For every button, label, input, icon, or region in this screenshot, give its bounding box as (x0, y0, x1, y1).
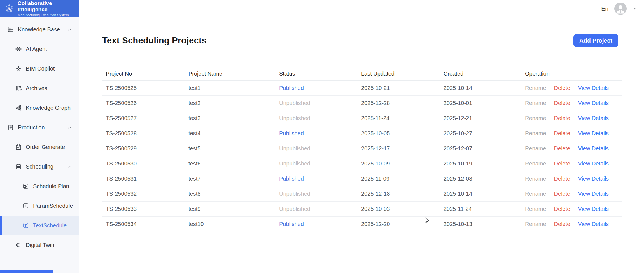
table-body: TS-2500525test1Published2025-10-212025-1… (102, 81, 622, 232)
brand-subtitle: Manufacturing Execution System (18, 13, 79, 17)
delete-link[interactable]: Delete (554, 100, 570, 106)
delete-link[interactable]: Delete (554, 191, 570, 197)
rename-link[interactable]: Rename (525, 176, 546, 182)
sidebar-item-label: AI Agent (26, 46, 47, 52)
rename-link[interactable]: Rename (525, 191, 546, 197)
sidebar-item-scheduling[interactable]: Scheduling (0, 157, 79, 176)
view-details-link[interactable]: View Details (578, 191, 609, 197)
page-title: Text Scheduling Projects (102, 36, 207, 46)
sidebar-item-ai-agent[interactable]: AI Agent (0, 39, 79, 59)
cell-status: Unpublished (279, 160, 361, 167)
sidebar-item-digital-twin[interactable]: Digital Twin (0, 235, 79, 255)
sidebar-item-label: TextSchedule (33, 222, 67, 229)
view-details-link[interactable]: View Details (578, 100, 609, 106)
cell-operations: RenameDeleteView Details (525, 115, 622, 122)
chevron-up-icon[interactable] (67, 27, 72, 32)
archives-icon (15, 85, 22, 92)
cell-operations: RenameDeleteView Details (525, 206, 622, 212)
delete-link[interactable]: Delete (554, 206, 570, 212)
cell-project-no: TS-2500533 (102, 206, 188, 212)
sidebar-footer-strip (0, 270, 53, 273)
delete-link[interactable]: Delete (554, 176, 570, 182)
view-details-link[interactable]: View Details (578, 221, 609, 227)
sidebar-item-label: Schedule Plan (33, 183, 69, 190)
sidebar-item-production[interactable]: Production (0, 118, 79, 137)
cell-project-no: TS-2500528 (102, 130, 188, 137)
add-project-button[interactable]: Add Project (573, 34, 618, 47)
cell-last-updated: 2025-11-24 (361, 115, 444, 122)
delete-link[interactable]: Delete (554, 145, 570, 152)
view-details-link[interactable]: View Details (578, 206, 609, 212)
cell-status: Unpublished (279, 206, 361, 212)
view-details-link[interactable]: View Details (578, 160, 609, 167)
cell-status: Unpublished (279, 145, 361, 152)
cell-project-no: TS-2500532 (102, 191, 188, 197)
cell-operations: RenameDeleteView Details (525, 221, 622, 227)
view-details-link[interactable]: View Details (578, 85, 609, 91)
delete-link[interactable]: Delete (554, 85, 570, 91)
rename-link[interactable]: Rename (525, 206, 546, 212)
language-switcher[interactable]: En (601, 5, 608, 12)
cell-project-name: test4 (188, 130, 279, 137)
cell-last-updated: 2025-10-05 (361, 130, 444, 137)
chevron-up-icon[interactable] (67, 125, 72, 130)
cell-project-no: TS-2500526 (102, 100, 188, 106)
view-details-link[interactable]: View Details (578, 115, 609, 122)
column-header-project-name: Project Name (188, 71, 279, 77)
sidebar-menu: Knowledge BaseAI AgentBIM CopilotArchive… (0, 17, 79, 255)
rename-link[interactable]: Rename (525, 130, 546, 137)
cell-status: Published (279, 221, 361, 227)
rename-link[interactable]: Rename (525, 85, 546, 91)
cell-created: 2025-12-21 (444, 115, 525, 122)
main-content: Text Scheduling Projects Add Project Pro… (79, 17, 644, 273)
cell-project-name: test7 (188, 176, 279, 182)
cell-project-name: test2 (188, 100, 279, 106)
cell-last-updated: 2025-10-09 (361, 160, 444, 167)
rename-link[interactable]: Rename (525, 160, 546, 167)
delete-link[interactable]: Delete (554, 221, 570, 227)
cell-status: Published (279, 176, 361, 182)
view-details-link[interactable]: View Details (578, 176, 609, 182)
chevron-down-icon[interactable] (633, 6, 637, 11)
avatar[interactable] (614, 3, 627, 15)
view-details-link[interactable]: View Details (578, 130, 609, 137)
app-root: CI ' Collaborative Intelligence Manufact… (0, 0, 644, 273)
delete-link[interactable]: Delete (554, 130, 570, 137)
table-row: TS-2500532test8Unpublished2025-12-182025… (102, 186, 622, 202)
sidebar-item-archives[interactable]: Archives (0, 78, 79, 98)
rename-link[interactable]: Rename (525, 115, 546, 122)
cell-last-updated: 2025-12-28 (361, 100, 444, 106)
chevron-up-icon[interactable] (67, 164, 72, 169)
sidebar-item-paramschedule[interactable]: ParamSchedule (0, 196, 79, 216)
table-row: TS-2500533test9Unpublished2025-10-032025… (102, 202, 622, 217)
view-details-link[interactable]: View Details (578, 145, 609, 152)
brand-title: Collaborative Intelligence (18, 0, 79, 13)
schedule-plan-icon (22, 183, 29, 190)
table-row: TS-2500531test7Published2025-11-092025-1… (102, 171, 622, 186)
cell-last-updated: 2025-10-21 (361, 85, 444, 91)
sidebar-item-bim-copilot[interactable]: BIM Copilot (0, 59, 79, 78)
user-icon (614, 3, 627, 15)
sidebar-item-knowledge-graph[interactable]: Knowledge Graph (0, 98, 79, 118)
cell-operations: RenameDeleteView Details (525, 100, 622, 106)
sidebar-item-order-generate[interactable]: Order Generate (0, 137, 79, 157)
projects-table: Project NoProject NameStatusLast Updated… (102, 67, 622, 232)
sidebar-item-label: Archives (26, 85, 47, 92)
svg-text:': ' (11, 6, 12, 8)
rename-link[interactable]: Rename (525, 221, 546, 227)
sidebar-item-knowledge-base[interactable]: Knowledge Base (0, 20, 79, 39)
rename-link[interactable]: Rename (525, 100, 546, 106)
cell-project-no: TS-2500530 (102, 160, 188, 167)
sidebar-item-schedule-plan[interactable]: Schedule Plan (0, 176, 79, 196)
sidebar-item-label: BIM Copilot (26, 66, 55, 72)
sidebar-item-textschedule[interactable]: TextSchedule (0, 216, 79, 235)
rename-link[interactable]: Rename (525, 145, 546, 152)
delete-link[interactable]: Delete (554, 160, 570, 167)
sidebar: CI ' Collaborative Intelligence Manufact… (0, 0, 79, 273)
delete-link[interactable]: Delete (554, 115, 570, 122)
table-row: TS-2500534test10Published2025-12-202025-… (102, 217, 622, 232)
cell-operations: RenameDeleteView Details (525, 145, 622, 152)
sidebar-item-label: ParamSchedule (33, 203, 73, 209)
cell-last-updated: 2025-12-17 (361, 145, 444, 152)
sidebar-item-label: Knowledge Graph (26, 105, 71, 111)
